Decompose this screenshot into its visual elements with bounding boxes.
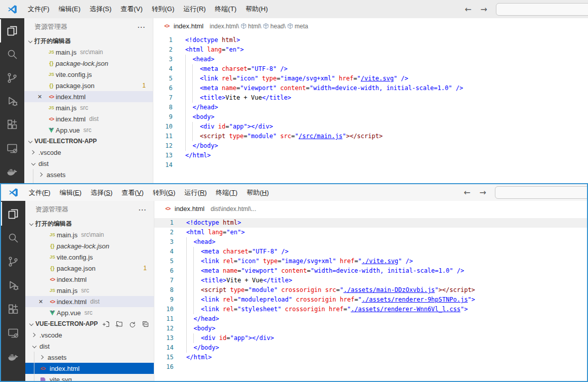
code-line[interactable]: 1<!doctype html> [153, 35, 588, 45]
menu-item-v[interactable]: 查看(V) [116, 5, 147, 14]
code-line[interactable]: 6<meta name="viewport" content="width=de… [153, 83, 588, 93]
open-editor-item[interactable]: JSmain.jssrc\main [24, 47, 153, 58]
menu-item-g[interactable]: 转到(G) [148, 188, 180, 197]
open-editor-item[interactable]: {}package-lock.json [24, 58, 153, 69]
remote-explorer-icon[interactable] [0, 136, 23, 159]
close-icon[interactable]: ✕ [38, 296, 48, 307]
close-icon[interactable]: ✕ [37, 91, 47, 102]
code-line[interactable]: 12</body> [153, 141, 588, 151]
menu-item-v[interactable]: 查看(V) [117, 188, 148, 197]
breadcrumb-segment[interactable]: index.html\ [209, 23, 239, 30]
breadcrumb-segment[interactable]: dist\index.html\... [211, 205, 256, 213]
nav-forward-icon[interactable]: → [475, 188, 491, 197]
code-line[interactable]: 11</head> [154, 314, 587, 324]
code-area[interactable]: 1<!doctype html>2<html lang="en">3<head>… [154, 217, 587, 381]
menu-item-t[interactable]: 终端(T) [211, 5, 241, 14]
menu-item-e[interactable]: 编辑(E) [55, 188, 86, 197]
code-line[interactable]: 5<link rel="icon" type="image/svg+xml" h… [154, 257, 587, 266]
open-editor-item[interactable]: App.vuesrc [25, 307, 154, 318]
new-folder-icon[interactable] [114, 319, 123, 328]
code-line[interactable]: 8</head> [153, 103, 588, 112]
code-area[interactable]: 1<!doctype html>2<html lang="en">3<head>… [153, 34, 588, 183]
open-editor-item[interactable]: <>index.html [25, 274, 154, 285]
code-line[interactable]: 2<html lang="en"> [154, 228, 587, 237]
code-line[interactable]: 10<div id="app"></div> [153, 122, 588, 132]
menu-item-r[interactable]: 运行(R) [180, 188, 212, 197]
open-editor-item[interactable]: <>index.htmldist [24, 113, 153, 124]
tree-item-vite-svg[interactable]: vite.svg [25, 374, 154, 381]
search-icon[interactable] [1, 226, 24, 249]
remote-explorer-icon[interactable] [1, 321, 24, 345]
more-actions-icon[interactable]: ⋯ [137, 22, 146, 32]
run-debug-icon[interactable] [1, 273, 24, 297]
command-center-input[interactable] [495, 186, 588, 199]
open-editors-section[interactable]: 打开的编辑器 [24, 35, 153, 47]
code-line[interactable]: 14</body> [154, 343, 587, 353]
new-file-icon[interactable] [101, 319, 110, 328]
open-editor-item[interactable]: ✕<>index.html [24, 91, 153, 102]
search-icon[interactable] [0, 43, 23, 66]
open-editor-item[interactable]: JSmain.jssrc [25, 285, 154, 296]
code-line[interactable]: 4<meta charset="UTF-8" /> [154, 247, 587, 257]
open-editor-item[interactable]: JSmain.jssrc [24, 102, 153, 113]
code-line[interactable]: 15</html> [154, 353, 587, 362]
code-line[interactable]: 12<body> [154, 324, 587, 333]
menu-item-e[interactable]: 编辑(E) [54, 5, 85, 14]
docker-icon[interactable] [0, 160, 23, 183]
tree-item-dist[interactable]: dist [25, 341, 154, 352]
code-line[interactable]: 6<meta name="viewport" content="width=de… [154, 266, 587, 276]
open-editor-item[interactable]: {}package.json1 [24, 80, 153, 91]
code-line[interactable]: 13</html> [153, 151, 588, 160]
tree-item--vscode[interactable]: .vscode [24, 147, 153, 158]
open-editor-item[interactable]: {}package.json1 [25, 263, 154, 274]
menu-item-s[interactable]: 选择(S) [85, 5, 116, 14]
extensions-icon[interactable] [1, 297, 24, 321]
code-line[interactable]: 16 [154, 362, 587, 372]
open-editor-item[interactable]: {}package-lock.json [25, 240, 154, 251]
tree-item-dist[interactable]: dist [24, 158, 153, 169]
tree-item-index-html[interactable]: <>index.html [25, 363, 154, 374]
code-line[interactable]: 14 [153, 160, 588, 170]
tree-item-assets[interactable]: assets [25, 352, 154, 363]
explorer-icon[interactable] [0, 19, 23, 43]
code-line[interactable]: 9<link rel="modulepreload" crossorigin h… [154, 295, 587, 305]
source-control-icon[interactable] [0, 66, 23, 90]
more-actions-icon[interactable]: ⋯ [138, 205, 147, 215]
source-control-icon[interactable] [1, 249, 24, 273]
code-line[interactable]: 11<script type="module" src="/src/main.j… [153, 132, 588, 141]
open-editor-item[interactable]: JSvite.config.js [24, 69, 153, 80]
open-editor-item[interactable]: JSmain.jssrc\main [25, 229, 154, 240]
code-line[interactable]: 3<head> [153, 55, 588, 64]
code-line[interactable]: 9<body> [153, 112, 588, 122]
tree-item-assets[interactable]: assets [24, 169, 153, 180]
code-line[interactable]: 10<link rel="stylesheet" crossorigin hre… [154, 305, 587, 314]
nav-forward-icon[interactable]: → [476, 5, 492, 14]
breadcrumb-segment[interactable]: meta [285, 23, 308, 30]
menu-item-h[interactable]: 帮助(H) [242, 188, 273, 197]
breadcrumb-segment[interactable]: head\ [261, 23, 285, 30]
code-line[interactable]: 1<!doctype html> [154, 218, 587, 228]
extensions-icon[interactable] [0, 113, 23, 136]
open-editor-item[interactable]: App.vuesrc [24, 124, 153, 136]
tree-item--vscode[interactable]: .vscode [25, 329, 154, 341]
run-debug-icon[interactable] [0, 90, 23, 113]
docker-icon[interactable] [1, 345, 24, 368]
explorer-icon[interactable] [1, 202, 24, 226]
menu-item-g[interactable]: 转到(G) [147, 5, 179, 14]
code-line[interactable]: 8<script type="module" crossorigin src="… [154, 285, 587, 295]
code-line[interactable]: 13<div id="app"></div> [154, 333, 587, 343]
open-editor-item[interactable]: ✕<>index.htmldist [25, 296, 154, 307]
code-line[interactable]: 4<meta charset="UTF-8" /> [153, 64, 588, 74]
project-section[interactable]: VUE-ELECTRON-APP [25, 318, 154, 329]
code-line[interactable]: 7<title>Vite + Vue</title> [153, 93, 588, 103]
open-editor-item[interactable]: JSvite.config.js [25, 251, 154, 263]
nav-back-icon[interactable]: ← [459, 188, 475, 197]
menu-item-f[interactable]: 文件(F) [23, 5, 54, 14]
menu-item-f[interactable]: 文件(F) [24, 188, 55, 197]
code-line[interactable]: 2<html lang="en"> [153, 45, 588, 55]
code-line[interactable]: 7<title>Vite + Vue</title> [154, 276, 587, 285]
collapse-all-icon[interactable] [141, 319, 150, 328]
menu-item-t[interactable]: 终端(T) [212, 188, 242, 197]
menu-item-s[interactable]: 选择(S) [86, 188, 117, 197]
open-editors-section[interactable]: 打开的编辑器 [25, 218, 154, 229]
